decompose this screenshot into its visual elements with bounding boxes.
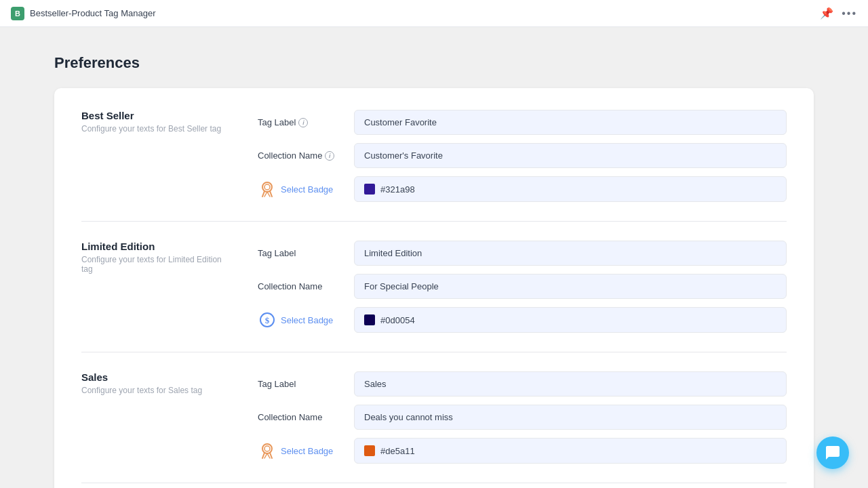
- collection-name-input-sales[interactable]: [354, 405, 787, 430]
- app-title: Bestseller-Product Tag Manager: [30, 8, 155, 18]
- svg-line-11: [270, 453, 272, 458]
- badge-row-limited-edition: $ Select Badge #0d0054: [258, 307, 787, 333]
- color-display-limited-edition: #0d0054: [354, 307, 787, 333]
- tag-label-row-limited-edition: Tag Label: [258, 241, 787, 266]
- page-title: Preferences: [54, 54, 814, 72]
- select-badge-button-best-seller[interactable]: Select Badge: [258, 180, 346, 199]
- svg-point-1: [264, 184, 270, 190]
- section-title-best-seller: Best Seller: [81, 110, 231, 121]
- collection-name-info-icon-best-seller[interactable]: i: [325, 151, 334, 161]
- svg-line-13: [267, 453, 270, 458]
- section-right-sales: Tag Label Collection Name: [258, 371, 787, 464]
- svg-line-2: [262, 191, 264, 197]
- section-desc-best-seller: Configure your texts for Best Seller tag: [81, 124, 231, 134]
- main-content: Preferences Best Seller Configure your t…: [0, 27, 868, 488]
- tag-label-label-best-seller: Tag Label i: [258, 117, 346, 127]
- select-badge-button-limited-edition[interactable]: $ Select Badge: [258, 310, 346, 329]
- collection-name-input-best-seller[interactable]: [354, 143, 787, 168]
- collection-name-input-limited-edition[interactable]: [354, 274, 787, 299]
- section-left-best-seller: Best Seller Configure your texts for Bes…: [81, 110, 231, 202]
- section-right-limited-edition: Tag Label Collection Name $: [258, 241, 787, 333]
- badge-row-best-seller: Select Badge #321a98: [258, 176, 787, 202]
- pin-icon[interactable]: 📌: [820, 7, 833, 20]
- svg-point-9: [264, 446, 270, 451]
- section-left-sales: Sales Configure your texts for Sales tag: [81, 371, 231, 464]
- chat-button[interactable]: [816, 436, 849, 469]
- select-badge-button-sales[interactable]: Select Badge: [258, 441, 346, 460]
- section-desc-sales: Configure your texts for Sales tag: [81, 386, 231, 395]
- section-title-limited-edition: Limited Edition: [81, 241, 231, 252]
- svg-line-12: [264, 453, 267, 458]
- tag-label-row-sales: Tag Label: [258, 371, 787, 396]
- section-desc-limited-edition: Configure your texts for Limited Edition…: [81, 255, 231, 274]
- color-swatch-best-seller: [364, 184, 375, 195]
- topbar: B Bestseller-Product Tag Manager 📌 •••: [0, 0, 868, 27]
- svg-point-8: [262, 444, 272, 453]
- tag-label-input-best-seller[interactable]: [354, 110, 787, 135]
- svg-point-0: [262, 182, 272, 192]
- section-left-limited-edition: Limited Edition Configure your texts for…: [81, 241, 231, 333]
- tag-label-label-sales: Tag Label: [258, 379, 346, 389]
- section-sales: Sales Configure your texts for Sales tag…: [81, 371, 787, 483]
- tag-label-info-icon[interactable]: i: [298, 118, 308, 127]
- preferences-card: Best Seller Configure your texts for Bes…: [54, 88, 814, 488]
- color-value-limited-edition: #0d0054: [380, 315, 415, 325]
- tag-label-input-limited-edition[interactable]: [354, 241, 787, 266]
- color-display-sales: #de5a11: [354, 438, 787, 464]
- collection-name-label-sales: Collection Name: [258, 412, 346, 422]
- collection-name-label-limited-edition: Collection Name: [258, 281, 346, 291]
- svg-text:$: $: [265, 315, 270, 325]
- ribbon-icon-sales: [258, 441, 277, 460]
- svg-line-3: [270, 191, 272, 197]
- more-icon[interactable]: •••: [842, 7, 857, 20]
- collection-name-row-limited-edition: Collection Name: [258, 274, 787, 299]
- tag-label-input-sales[interactable]: [354, 371, 787, 396]
- svg-line-5: [267, 192, 270, 197]
- badge-row-sales: Select Badge #de5a11: [258, 438, 787, 464]
- topbar-right: 📌 •••: [820, 7, 857, 20]
- color-display-best-seller: #321a98: [354, 176, 787, 202]
- collection-name-row-best-seller: Collection Name i: [258, 143, 787, 168]
- section-limited-edition: Limited Edition Configure your texts for…: [81, 241, 787, 352]
- collection-name-label-best-seller: Collection Name i: [258, 150, 346, 161]
- color-value-sales: #de5a11: [380, 446, 415, 456]
- collection-name-row-sales: Collection Name: [258, 405, 787, 430]
- chat-icon: [825, 445, 841, 461]
- svg-line-4: [264, 192, 267, 197]
- tag-label-label-limited-edition: Tag Label: [258, 248, 346, 258]
- app-icon: B: [11, 7, 24, 20]
- tag-label-row-best-seller: Tag Label i: [258, 110, 787, 135]
- svg-line-10: [262, 453, 264, 458]
- topbar-left: B Bestseller-Product Tag Manager: [11, 7, 155, 20]
- section-best-seller: Best Seller Configure your texts for Bes…: [81, 110, 787, 222]
- color-swatch-sales: [364, 445, 375, 456]
- section-right-best-seller: Tag Label i Collection Name i: [258, 110, 787, 202]
- ribbon-icon-best-seller: [258, 180, 277, 199]
- color-value-best-seller: #321a98: [380, 184, 415, 195]
- section-title-sales: Sales: [81, 371, 231, 383]
- dollar-icon-limited-edition: $: [258, 310, 277, 329]
- color-swatch-limited-edition: [364, 314, 375, 325]
